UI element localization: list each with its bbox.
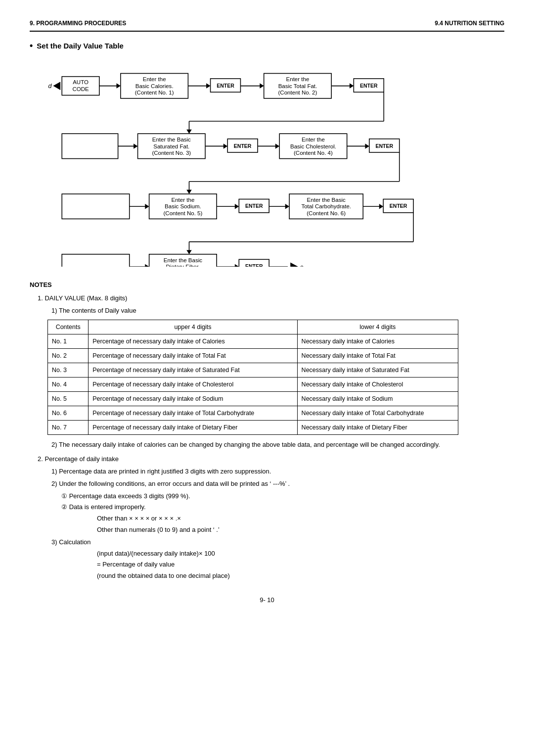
note2-sub1-text: Percentage data are printed in right jus… [59, 468, 271, 475]
note2-sub3-line3: (round the obtained data to one decimal … [97, 571, 504, 581]
table-cell-lower: Necessary daily intake of Total Carbohyd… [297, 406, 458, 421]
cholesterol-text3: (Content No. 4) [294, 150, 333, 156]
daily-value-table: Contents upper 4 digits lower 4 digits N… [47, 320, 458, 435]
arrowhead-enter2 [350, 83, 354, 89]
cholesterol-text1: Enter the [302, 137, 325, 142]
table-row: No. 2Percentage of necessary daily intak… [48, 349, 458, 363]
note2-sub1: 1) Percentage data are printed in right … [51, 467, 504, 477]
carb-text3: (Content No. 6) [307, 210, 346, 216]
enter-text7: ENTER [245, 263, 263, 267]
empty-box3a [62, 194, 130, 219]
arrowhead-3 [134, 143, 137, 149]
arrowhead-2 [260, 83, 264, 89]
enter-text2: ENTER [360, 83, 378, 89]
note2: 2. Percentage of daily intake [38, 454, 504, 465]
sodium-text1: Enter the [172, 197, 195, 203]
note2-cir2-line2: Other than numerals (0 to 9) and a point… [97, 525, 504, 535]
flowchart-svg: AUTO CODE Enter the Basic Calories. (Con… [30, 59, 504, 267]
table-row: No. 5Percentage of necessary daily intak… [48, 392, 458, 406]
table-header-lower: lower 4 digits [297, 320, 458, 334]
section-title-text: Set the Daily Value Table [37, 42, 124, 50]
enter-text4: ENTER [376, 143, 394, 149]
table-cell-upper: Percentage of necessary daily intake of … [89, 406, 297, 421]
enter-text3: ENTER [234, 143, 252, 149]
fiber-text2: Dietary Fiber. [166, 264, 200, 267]
satfat-text2: Saturated Fat. [153, 143, 189, 149]
arrowhead-enter3 [223, 143, 227, 149]
page-number: 9- 10 [30, 596, 504, 604]
bullet-icon: • [30, 41, 33, 51]
table-row: No. 6Percentage of necessary daily intak… [48, 406, 458, 421]
arrowhead-enter6 [379, 204, 383, 209]
notes-section: NOTES 1. DAILY VALUE (Max. 8 digits) 1) … [30, 280, 504, 581]
note2-sub2-cir2: ② Data is entered improperly. [61, 502, 504, 513]
start-label-d: d [48, 83, 52, 90]
note2-cir2-line1-text: Other than × × × × or × × × .× [97, 515, 181, 522]
table-cell-lower: Necessary daily intake of Calories [297, 334, 458, 349]
table-cell-contents: No. 7 [48, 421, 89, 435]
calories-text1: Enter the [143, 76, 166, 82]
table-cell-contents: No. 2 [48, 349, 89, 363]
carb-text1: Enter the Basic [307, 197, 346, 203]
arrowhead-down3 [186, 250, 192, 254]
note2-cir1-text: Percentage data exceeds 3 digits (999 %)… [69, 492, 190, 500]
arrowhead-enter4 [365, 143, 369, 149]
flowchart: AUTO CODE Enter the Basic Calories. (Con… [30, 59, 504, 268]
totalfat-text1: Enter the [286, 76, 310, 82]
table-header-contents: Contents [48, 320, 89, 334]
table-cell-lower: Necessary daily intake of Total Fat [297, 349, 458, 363]
calories-text2: Basic Calories. [135, 83, 174, 89]
note2-title: Percentage of daily intake [44, 455, 119, 463]
fiber-text1: Enter the Basic [164, 257, 202, 263]
arrowhead-enter7 [235, 264, 239, 267]
note2-cir2-line2-text: Other than numerals (0 to 9) and a point… [97, 526, 220, 533]
section-header-left: 9. PROGRAMMING PROCEDURES [30, 20, 126, 27]
totalfat-text3: (Content No. 2) [278, 90, 317, 95]
arrowhead-enter1 [206, 83, 210, 89]
note2-sub3-line1-text: (input data)/(necessary daily intake)× 1… [97, 550, 215, 557]
arrowhead-7 [145, 264, 149, 267]
carb-text2: Total Carbohydrate. [301, 203, 351, 209]
totalfat-text2: Basic Total Fat. [278, 83, 317, 89]
page-header: 9. PROGRAMMING PROCEDURES 9.4 NUTRITION … [30, 20, 504, 27]
satfat-text1: Enter the Basic [152, 137, 191, 142]
note2-cir2-line1: Other than × × × × or × × × .× [97, 514, 504, 524]
table-row: No. 1Percentage of necessary daily intak… [48, 334, 458, 349]
arrowhead-4 [275, 143, 279, 149]
table-cell-upper: Percentage of necessary daily intake of … [89, 349, 297, 363]
arrowhead-down1 [186, 130, 192, 134]
sodium-text3: (Content No. 5) [163, 210, 202, 216]
enter-text6: ENTER [390, 203, 407, 209]
note2-sub2: 2) Under the following conditions, an er… [51, 479, 504, 489]
note2-sub2-text: Under the following conditions, an error… [59, 480, 290, 487]
note1-sub1-label: 1) The contents of Daily value [51, 306, 504, 316]
section-title: • Set the Daily Value Table [30, 41, 504, 51]
circle2-icon: ② [61, 503, 67, 511]
table-cell-upper: Percentage of necessary daily intake of … [89, 378, 297, 392]
table-row: No. 4Percentage of necessary daily intak… [48, 378, 458, 392]
table-cell-contents: No. 6 [48, 406, 89, 421]
notes-list: 1. DAILY VALUE (Max. 8 digits) 1) The co… [38, 293, 504, 581]
empty-box4a [62, 254, 130, 267]
auto-code-text2: CODE [72, 86, 89, 92]
empty-box2a [62, 134, 118, 158]
cholesterol-text2: Basic Cholesterol. [290, 143, 336, 149]
table-cell-lower: Necessary daily intake of Cholesterol [297, 378, 458, 392]
satfat-text3: (Content No. 3) [152, 150, 191, 156]
note1-sub2-text: The necessary daily intake of calories c… [59, 441, 440, 448]
note2-sub3: 3) Calculation [51, 537, 504, 548]
note2-sub3-line2-text: = Percentage of daily value [97, 561, 175, 568]
note2-sub3-line1: (input data)/(necessary daily intake)× 1… [97, 549, 504, 559]
enter-text1: ENTER [217, 83, 234, 89]
notes-title: NOTES [30, 280, 504, 290]
table-cell-upper: Percentage of necessary daily intake of … [89, 363, 297, 378]
note2-sub3-line3-text: (round the obtained data to one decimal … [97, 572, 230, 579]
table-cell-contents: No. 1 [48, 334, 89, 349]
table-cell-contents: No. 3 [48, 363, 89, 378]
note1-sub2: 2) The necessary daily intake of calorie… [51, 440, 504, 450]
note2-cir2-text: Data is entered improperly. [69, 503, 146, 511]
note2-sub3-title: Calculation [59, 538, 90, 546]
section-header-right: 9.4 NUTRITION SETTING [435, 20, 504, 27]
table-cell-lower: Necessary daily intake of Saturated Fat [297, 363, 458, 378]
table-header-upper: upper 4 digits [89, 320, 297, 334]
